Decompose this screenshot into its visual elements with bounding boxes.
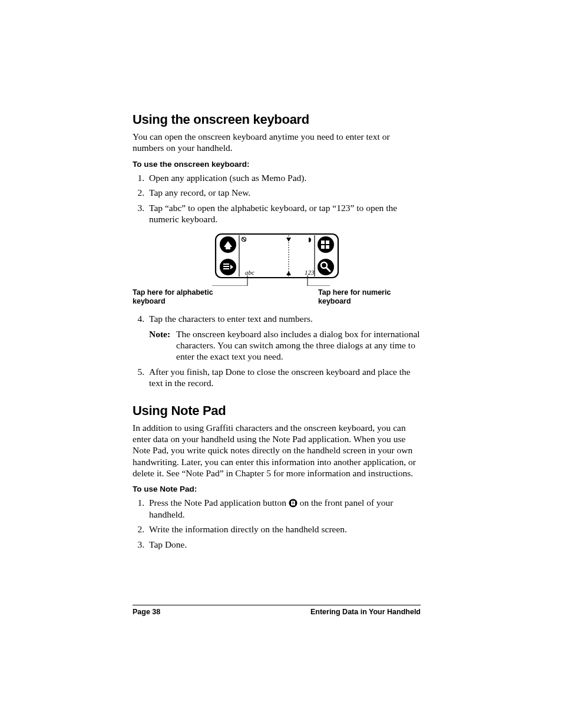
heading-onscreen-keyboard: Using the onscreen keyboard: [133, 112, 421, 127]
intro-paragraph-2: In addition to using Graffiti characters…: [133, 422, 421, 479]
steps-list-1: Open any application (such as Memo Pad).…: [133, 172, 421, 225]
svg-rect-9: [326, 241, 329, 244]
note-text: The onscreen keyboard also includes a di…: [176, 328, 421, 363]
document-page: Using the onscreen keyboard You can open…: [0, 0, 562, 728]
step-text-part: Press the Note Pad application button: [149, 498, 289, 508]
note-row: Note: The onscreen keyboard also include…: [149, 328, 421, 363]
step-text: Tap the characters to enter text and num…: [149, 314, 313, 324]
step-item: After you finish, tap Done to close the …: [147, 366, 421, 389]
svg-rect-2: [226, 246, 230, 249]
step-item: Write the information directly on the ha…: [147, 523, 421, 535]
svg-rect-11: [326, 245, 329, 249]
chapter-title: Entering Data in Your Handheld: [310, 608, 421, 616]
note-label: Note:: [149, 328, 176, 363]
callout-numeric: Tap here for numeric keyboard: [318, 288, 412, 305]
svg-rect-5: [223, 266, 229, 267]
steps-list-1b: Tap the characters to enter text and num…: [133, 313, 421, 388]
step-item: Tap any record, or tap New.: [147, 187, 421, 198]
step-item: Open any application (such as Memo Pad).: [147, 172, 421, 183]
graffiti-figure: abc 123 Tap here for alphabetic keyboard…: [133, 233, 421, 309]
heading-notepad: Using Note Pad: [133, 403, 421, 419]
steps-list-2: Press the Note Pad application button on…: [133, 497, 421, 550]
notepad-button-icon: [289, 499, 297, 508]
step-item: Tap the characters to enter text and num…: [147, 313, 421, 363]
intro-paragraph: You can open the onscreen keyboard anyti…: [133, 131, 421, 154]
svg-rect-4: [223, 263, 229, 265]
svg-text:123: 123: [305, 269, 315, 276]
svg-text:abc: abc: [245, 269, 254, 276]
step-item: Press the Note Pad application button on…: [147, 497, 421, 520]
graffiti-area-diagram: abc 123: [212, 233, 342, 286]
svg-rect-6: [223, 268, 229, 269]
step-item: Tap Done.: [147, 539, 421, 550]
page-number: Page 38: [133, 608, 160, 616]
subhead-notepad: To use Note Pad:: [133, 485, 421, 493]
callout-alphabetic: Tap here for alphabetic keyboard: [133, 288, 227, 305]
step-item: Tap “abc” to open the alphabetic keyboar…: [147, 202, 421, 225]
svg-rect-8: [321, 241, 325, 244]
svg-rect-10: [321, 245, 325, 249]
subhead-onscreen: To use the onscreen keyboard:: [133, 160, 421, 169]
svg-point-7: [318, 236, 334, 253]
svg-rect-27: [291, 501, 295, 506]
footer-rule: [133, 605, 421, 605]
page-footer: Page 38 Entering Data in Your Handheld: [133, 605, 421, 616]
